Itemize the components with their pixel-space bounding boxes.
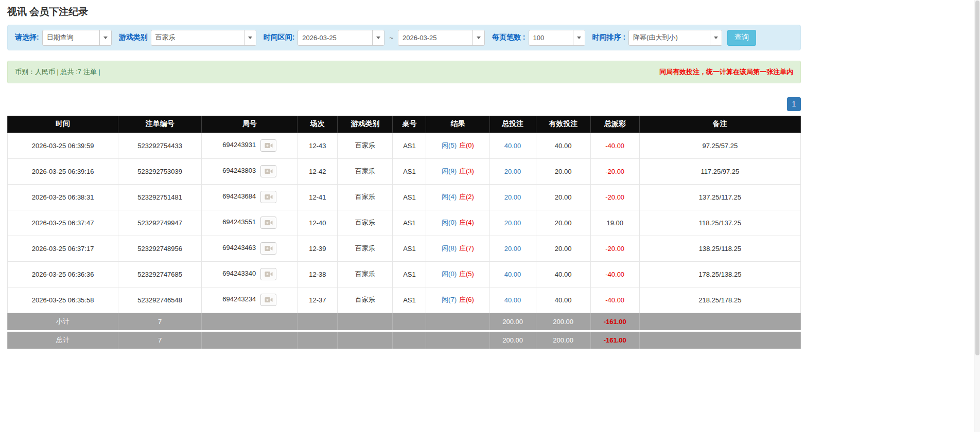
result-banker: 庄(3)	[459, 167, 474, 175]
chevron-down-icon	[99, 30, 111, 45]
summary-bar: 币别：人民币 | 总共 :7 注单 | 同局有效投注，统一计算在该局第一张注单内	[7, 61, 801, 83]
total-count: 7	[118, 331, 202, 349]
cell-note: 178.25/138.25	[639, 261, 800, 287]
date-to-value: 2026-03-25	[398, 34, 441, 42]
page-button-1[interactable]: 1	[787, 97, 801, 111]
per-page-select[interactable]: 100	[529, 30, 585, 46]
cell-result: 闲(0)庄(4)	[426, 210, 489, 236]
cell-table-no: AS1	[393, 184, 426, 210]
result-player: 闲(7)	[442, 296, 457, 303]
search-button[interactable]: 查询	[727, 30, 756, 46]
result-player: 闲(9)	[442, 167, 457, 175]
result-banker: 庄(2)	[459, 193, 474, 201]
table-row: 2026-03-25 06:37:47 523292749947 6942435…	[8, 210, 801, 236]
cell-note: 118.25/137.25	[639, 210, 800, 236]
total-bet-link[interactable]: 20.00	[504, 193, 521, 201]
total-bet-link[interactable]: 40.00	[504, 271, 521, 278]
replay-icon[interactable]	[260, 217, 276, 229]
cell-game-type: 百家乐	[338, 287, 393, 313]
cell-valid-bet: 20.00	[536, 184, 590, 210]
replay-icon[interactable]	[260, 165, 276, 177]
result-player: 闲(8)	[442, 244, 457, 252]
result-player: 闲(0)	[442, 270, 457, 278]
cell-game-type: 百家乐	[338, 261, 393, 287]
header-session: 场次	[297, 116, 338, 133]
header-payout: 总派彩	[590, 116, 639, 133]
cell-bet-id: 523292748956	[118, 236, 202, 261]
subtotal-valid-bet: 200.00	[536, 313, 590, 331]
chevron-down-icon	[710, 30, 722, 45]
per-page-value: 100	[529, 34, 549, 42]
total-total-bet: 200.00	[489, 331, 536, 349]
table-row: 2026-03-25 06:39:16 523292753039 6942438…	[8, 158, 801, 184]
cell-bet-id: 523292753039	[118, 158, 202, 184]
cell-session: 12-42	[297, 158, 338, 184]
replay-icon[interactable]	[260, 268, 276, 280]
result-banker: 庄(5)	[459, 270, 474, 278]
header-total-bet: 总投注	[489, 116, 536, 133]
per-page-label: 每页笔数 :	[492, 33, 526, 42]
cell-time: 2026-03-25 06:36:36	[8, 261, 118, 287]
replay-icon[interactable]	[260, 242, 276, 255]
result-banker: 庄(0)	[459, 141, 474, 149]
currency-summary-text: 币别：人民币 | 总共 :7 注单 |	[15, 67, 100, 77]
cell-payout: -40.00	[590, 133, 639, 158]
cell-result: 闲(9)庄(3)	[426, 158, 489, 184]
replay-icon[interactable]	[260, 294, 276, 306]
total-bet-link[interactable]: 20.00	[504, 219, 521, 227]
cell-bet-id: 523292751481	[118, 184, 202, 210]
cell-payout: -40.00	[590, 261, 639, 287]
cell-payout: 19.00	[590, 210, 639, 236]
table-body: 2026-03-25 06:39:59 523292754433 6942439…	[8, 133, 801, 313]
cell-result: 闲(8)庄(7)	[426, 236, 489, 261]
vertical-scrollbar[interactable]	[974, 0, 980, 432]
cell-game-type: 百家乐	[338, 210, 393, 236]
replay-icon[interactable]	[260, 191, 276, 203]
query-type-label: 请选择:	[15, 33, 39, 42]
cell-bet-id: 523292754433	[118, 133, 202, 158]
cell-time: 2026-03-25 06:35:58	[8, 287, 118, 313]
cell-time: 2026-03-25 06:38:31	[8, 184, 118, 210]
cell-payout: -20.00	[590, 184, 639, 210]
subtotal-payout: -161.00	[590, 313, 639, 331]
cell-result: 闲(5)庄(0)	[426, 133, 489, 158]
date-from-select[interactable]: 2026-03-25	[297, 30, 384, 46]
filter-bar: 请选择: 日期查询 游戏类别 百家乐 时间区间: 2026-03-25 ~ 20…	[7, 25, 801, 50]
cell-game-type: 百家乐	[338, 158, 393, 184]
header-valid-bet: 有效投注	[536, 116, 590, 133]
query-type-value: 日期查询	[43, 33, 78, 42]
sort-order-select[interactable]: 降幂(由大到小)	[628, 30, 722, 46]
round-id-text: 694243340	[222, 269, 256, 277]
cell-note: 218.25/178.25	[639, 287, 800, 313]
chevron-down-icon	[244, 30, 256, 45]
header-time: 时间	[8, 116, 118, 133]
replay-icon[interactable]	[260, 139, 276, 152]
subtotal-total-bet: 200.00	[489, 313, 536, 331]
game-type-select[interactable]: 百家乐	[151, 30, 256, 46]
date-range-label: 时间区间:	[264, 33, 295, 42]
cell-game-type: 百家乐	[338, 133, 393, 158]
table-header-row: 时间 注单编号 局号 场次 游戏类别 桌号 结果 总投注 有效投注 总派彩 备注	[8, 116, 801, 133]
bet-records-table: 时间 注单编号 局号 场次 游戏类别 桌号 结果 总投注 有效投注 总派彩 备注…	[7, 116, 801, 349]
table-row: 2026-03-25 06:38:31 523292751481 6942436…	[8, 184, 801, 210]
scrollbar-thumb[interactable]	[975, 1, 979, 355]
total-bet-link[interactable]: 40.00	[504, 142, 521, 150]
result-banker: 庄(6)	[459, 296, 474, 303]
cell-valid-bet: 40.00	[536, 287, 590, 313]
cell-session: 12-39	[297, 236, 338, 261]
date-range-separator: ~	[389, 34, 393, 42]
total-bet-link[interactable]: 40.00	[504, 296, 521, 304]
cell-table-no: AS1	[393, 261, 426, 287]
game-type-label: 游戏类别	[119, 33, 148, 42]
cell-note: 97.25/57.25	[639, 133, 800, 158]
result-player: 闲(0)	[442, 219, 457, 226]
query-type-select[interactable]: 日期查询	[42, 30, 112, 46]
subtotal-label: 小计	[8, 313, 118, 331]
total-bet-link[interactable]: 20.00	[504, 168, 521, 175]
total-bet-link[interactable]: 20.00	[504, 245, 521, 253]
cell-time: 2026-03-25 06:39:16	[8, 158, 118, 184]
subtotal-count: 7	[118, 313, 202, 331]
header-result: 结果	[426, 116, 489, 133]
cell-table-no: AS1	[393, 287, 426, 313]
date-to-select[interactable]: 2026-03-25	[398, 30, 485, 46]
